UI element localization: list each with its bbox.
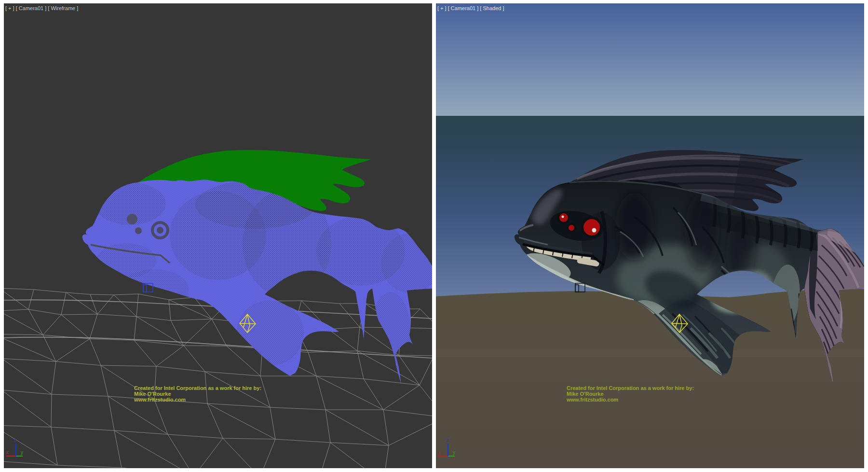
svg-text:x: x <box>438 450 440 455</box>
svg-text:y: y <box>21 450 23 455</box>
svg-text:z: z <box>14 438 16 443</box>
svg-text:y: y <box>453 450 455 455</box>
svg-text:Created for Intel Corporation: Created for Intel Corporation as a work … <box>134 385 261 391</box>
svg-text:Mike O'Rourke: Mike O'Rourke <box>134 391 171 397</box>
svg-text:z: z <box>446 438 448 443</box>
svg-text:www.fritzstudio.com: www.fritzstudio.com <box>134 397 186 403</box>
svg-text:www.fritzstudio.com: www.fritzstudio.com <box>566 397 618 403</box>
svg-text:Created for Intel Corporation: Created for Intel Corporation as a work … <box>567 385 694 391</box>
svg-text:[ + ] [ Camera01 ] [ Shaded ]: [ + ] [ Camera01 ] [ Shaded ] <box>437 5 504 11</box>
svg-text:x: x <box>6 450 8 455</box>
svg-text:[ + ] [ Camera01 ] [ Wireframe: [ + ] [ Camera01 ] [ Wireframe ] <box>5 5 78 11</box>
svg-text:Mike O'Rourke: Mike O'Rourke <box>567 391 604 397</box>
